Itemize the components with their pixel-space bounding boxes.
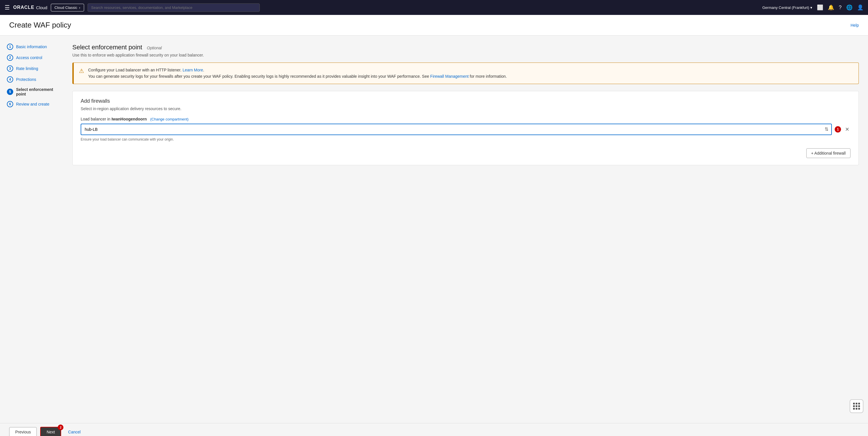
help-widget-dots — [853, 403, 860, 410]
page-header: Create WAF policy Help — [0, 15, 868, 36]
chevron-down-icon: ▾ — [810, 5, 812, 10]
help-dot — [853, 403, 855, 404]
main-layout: 1 Basic information 2 Access control 3 R… — [0, 36, 868, 423]
oracle-logo: ORACLE Cloud — [13, 5, 48, 10]
add-firewalls-card: Add firewalls Select in-region applicati… — [72, 91, 859, 165]
sidebar-item-label: Review and create — [16, 102, 50, 106]
cloud-classic-label: Cloud Classic — [55, 5, 77, 10]
step-2-number: 2 — [7, 55, 13, 61]
bell-icon[interactable]: 🔔 — [828, 4, 834, 11]
sidebar-item-label: Select enforcement point — [16, 87, 56, 96]
step-3-number: 3 — [7, 65, 13, 72]
help-dot — [858, 403, 860, 404]
sidebar-item-review-and-create[interactable]: 6 Review and create — [0, 99, 63, 109]
learn-more-link[interactable]: Learn More — [183, 68, 203, 72]
load-balancer-select-row: hub-LB ⇅ 1 ✕ — [81, 124, 850, 135]
selected-badge: 1 — [835, 126, 841, 133]
next-badge: 2 — [58, 425, 63, 430]
card-subtitle: Select in-region application delivery re… — [81, 106, 850, 111]
help-dot — [853, 408, 855, 410]
help-dot — [853, 405, 855, 407]
sidebar-item-label: Basic information — [16, 44, 47, 49]
additional-firewall-button[interactable]: + Additional firewall — [806, 148, 850, 158]
menu-icon[interactable]: ☰ — [5, 4, 10, 11]
topnav-right: Germany Central (Frankfurt) ▾ ⬜ 🔔 ? 🌐 👤 — [763, 4, 863, 11]
previous-button[interactable]: Previous — [9, 427, 37, 436]
help-circle-icon[interactable]: ? — [839, 5, 842, 11]
section-heading: Select enforcement point Optional — [72, 44, 859, 51]
help-dot — [856, 403, 857, 404]
optional-label: Optional — [147, 45, 162, 50]
user-avatar-icon[interactable]: 👤 — [857, 4, 863, 11]
section-subtitle: Use this to enforce web application fire… — [72, 53, 859, 57]
help-dot — [858, 408, 860, 410]
oracle-cloud-text: Cloud — [36, 5, 48, 10]
region-selector[interactable]: Germany Central (Frankfurt) ▾ — [763, 5, 812, 10]
sidebar-item-label: Protections — [16, 77, 36, 82]
sidebar: 1 Basic information 2 Access control 3 R… — [0, 36, 63, 423]
sidebar-item-label: Access control — [16, 55, 42, 60]
sidebar-item-rate-limiting[interactable]: 3 Rate limiting — [0, 63, 63, 74]
additional-firewall-row: + Additional firewall — [81, 146, 850, 158]
step-1-number: 1 — [7, 44, 13, 50]
globe-icon[interactable]: 🌐 — [846, 4, 852, 11]
region-label: Germany Central (Frankfurt) — [763, 5, 809, 10]
step-5-number: 5 — [7, 89, 13, 95]
sidebar-item-label: Rate limiting — [16, 66, 38, 71]
help-widget[interactable] — [849, 399, 863, 413]
search-input[interactable] — [88, 3, 260, 12]
next-button[interactable]: Next 2 — [40, 427, 61, 436]
firewall-management-link[interactable]: Firewall Management — [430, 74, 469, 78]
step-6-number: 6 — [7, 101, 13, 107]
bottom-bar: Previous Next 2 Cancel — [0, 423, 868, 436]
warning-box: ⚠ Configure your Load balancer with an H… — [72, 63, 859, 84]
terminal-icon[interactable]: ⬜ — [817, 4, 823, 11]
card-title: Add firewalls — [81, 98, 850, 104]
load-balancer-select-wrapper: hub-LB ⇅ — [81, 124, 832, 135]
field-label: Load balancer in IwanHoogendoorn (Change… — [81, 117, 850, 121]
warning-text: Configure your Load balancer with an HTT… — [88, 67, 507, 80]
cloud-classic-button[interactable]: Cloud Classic › — [51, 4, 84, 11]
help-link[interactable]: Help — [850, 23, 859, 28]
sidebar-item-select-enforcement-point[interactable]: 5 Select enforcement point — [0, 85, 63, 99]
sidebar-item-access-control[interactable]: 2 Access control — [0, 52, 63, 63]
help-dot — [858, 405, 860, 407]
field-hint: Ensure your load balancer can communicat… — [81, 137, 850, 141]
help-dot — [856, 408, 857, 410]
help-dot — [856, 405, 857, 407]
page-title: Create WAF policy — [9, 21, 71, 30]
select-arrows-icon: ⇅ — [822, 127, 831, 132]
oracle-logo-text: ORACLE — [13, 5, 34, 10]
step-4-number: 4 — [7, 76, 13, 82]
top-navigation: ☰ ORACLE Cloud Cloud Classic › Germany C… — [0, 0, 868, 15]
sidebar-item-protections[interactable]: 4 Protections — [0, 74, 63, 85]
compartment-name: IwanHoogendoorn — [112, 117, 147, 121]
change-compartment-link[interactable]: (Change compartment) — [150, 117, 189, 121]
sidebar-item-basic-information[interactable]: 1 Basic information — [0, 41, 63, 52]
content-area: Select enforcement point Optional Use th… — [63, 36, 868, 423]
chevron-right-icon: › — [79, 5, 80, 10]
load-balancer-select[interactable]: hub-LB — [81, 124, 822, 135]
cancel-button[interactable]: Cancel — [65, 427, 84, 436]
warning-icon: ⚠ — [79, 67, 84, 80]
clear-selection-button[interactable]: ✕ — [844, 125, 850, 134]
